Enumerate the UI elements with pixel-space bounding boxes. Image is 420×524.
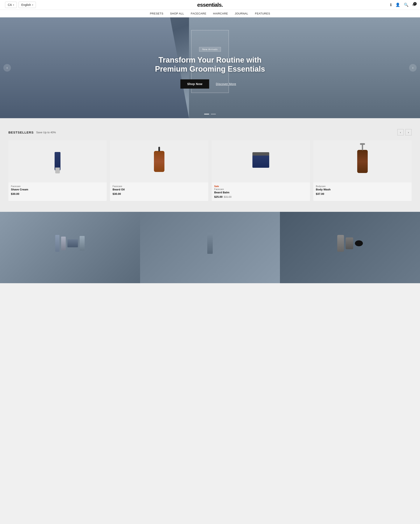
product-price-4: $37.00	[316, 192, 409, 195]
product-card-beard-balm[interactable]: Sale Facecare Beard Balm $25.00$31.00	[212, 140, 310, 201]
hero-buttons: Shop Now Discover More	[151, 79, 269, 89]
search-button[interactable]: 🔍	[404, 2, 408, 7]
bestsellers-next-button[interactable]: ›	[405, 129, 411, 135]
banner-haircare-mask	[346, 237, 353, 249]
product-info-shave-cream: Facecare Shave Cream $30.00	[9, 183, 107, 198]
bestsellers-header: BESTSELLERS Save Up to 40% ‹ ›	[9, 129, 411, 135]
hero-prev-button[interactable]: ‹	[3, 64, 11, 72]
country-chevron-icon: ▾	[13, 4, 14, 6]
hero-content: New Arrivals Transform Your Routine with…	[151, 47, 269, 89]
product-image-beard-balm	[212, 140, 310, 183]
product-price-2: $30.00	[113, 192, 206, 195]
cart-badge: 0	[413, 2, 417, 5]
prev-icon: ‹	[400, 131, 401, 134]
product-info-body-wash: Bodycare Body Wash $37.00	[313, 183, 411, 198]
bestsellers-prev-button[interactable]: ‹	[397, 129, 404, 135]
spacer-1	[0, 118, 420, 122]
banner-facecare-tube1	[55, 235, 60, 252]
beard-oil-dropper	[154, 151, 165, 172]
product-name-4: Body Wash	[316, 188, 409, 191]
sale-badge: Sale	[214, 185, 307, 187]
shave-cream-visual	[55, 140, 61, 183]
top-bar-left: CA ▾ English ▾	[5, 2, 36, 8]
nav-item-haircare[interactable]: HAIRCARE	[213, 12, 228, 15]
banner-bodycare-tube	[207, 233, 213, 254]
nav-item-presets[interactable]: PRESETS	[150, 12, 163, 15]
beard-balm-jar	[253, 155, 269, 168]
product-category-4: Bodycare	[316, 185, 409, 187]
banner-haircare-paste	[355, 240, 363, 246]
beard-oil-visual	[154, 140, 165, 183]
spacer-2	[0, 209, 420, 212]
info-button[interactable]: ℹ	[390, 2, 392, 7]
product-name-1: Shave Cream	[11, 188, 104, 191]
product-card-body-wash[interactable]: Bodycare Body Wash $37.00	[313, 140, 411, 201]
top-bar: CA ▾ English ▾ essentials. ℹ 👤 🔍 🛍 0	[0, 0, 420, 10]
hero-title: Transform Your Routine with Premium Groo…	[151, 55, 269, 73]
hero-dots	[204, 114, 216, 114]
hero-dot-1[interactable]	[204, 114, 209, 114]
shave-cream-tube	[55, 152, 61, 171]
nav-item-facecare[interactable]: FACECARE	[191, 12, 206, 15]
product-image-beard-oil	[110, 140, 208, 183]
product-name-2: Beard Oil	[113, 188, 206, 191]
banner-bg-bodycare	[140, 212, 280, 283]
product-price-1: $30.00	[11, 192, 104, 195]
chevron-left-icon: ‹	[7, 66, 8, 70]
body-wash-pump	[357, 150, 368, 173]
main-nav: PRESETS SHOP ALL FACECARE HAIRCARE JOURN…	[0, 10, 420, 17]
nav-item-shop-all[interactable]: SHOP ALL	[170, 12, 184, 15]
product-card-shave-cream[interactable]: Facecare Shave Cream $30.00	[9, 140, 107, 201]
banner-facecare-jar	[67, 239, 78, 247]
account-button[interactable]: 👤	[395, 2, 400, 7]
product-name-3: Beard Balm	[214, 191, 307, 194]
next-icon: ›	[408, 131, 409, 134]
country-value: CA	[8, 3, 12, 7]
nav-item-journal[interactable]: JOURNAL	[235, 12, 248, 15]
banner-products-facecare	[0, 212, 140, 275]
bestsellers-section: BESTSELLERS Save Up to 40% ‹ › Facecare …	[0, 122, 420, 209]
search-icon: 🔍	[404, 2, 408, 7]
product-card-beard-oil[interactable]: Facecare Beard Oil $30.00	[110, 140, 208, 201]
bestsellers-title-group: BESTSELLERS Save Up to 40%	[9, 131, 56, 134]
bestsellers-nav: ‹ ›	[397, 129, 411, 135]
banner-haircare[interactable]	[280, 212, 420, 283]
chevron-right-icon: ›	[412, 66, 413, 70]
bestsellers-subtitle: Save Up to 40%	[36, 131, 56, 134]
product-info-beard-balm: Sale Facecare Beard Balm $25.00$31.00	[212, 183, 310, 201]
body-wash-visual	[357, 140, 368, 183]
brand-logo[interactable]: essentials.	[197, 2, 223, 8]
banner-facecare[interactable]	[0, 212, 140, 283]
banner-facecare-tube3	[79, 236, 85, 251]
banner-products-bodycare	[140, 212, 280, 275]
shop-now-button[interactable]: Shop Now	[180, 79, 209, 89]
product-price-3: $25.00$31.00	[214, 195, 307, 198]
hero-dot-2[interactable]	[211, 114, 216, 114]
user-icon: 👤	[395, 2, 400, 7]
banner-bg-haircare	[280, 212, 420, 283]
products-grid: Facecare Shave Cream $30.00 Facecare Bea…	[9, 140, 411, 201]
discover-more-button[interactable]: Discover More	[212, 79, 240, 89]
country-selector[interactable]: CA ▾	[5, 2, 17, 8]
banner-bodycare[interactable]	[140, 212, 280, 283]
product-image-shave-cream	[9, 140, 107, 183]
hero-section: ‹ New Arrivals Transform Your Routine wi…	[0, 17, 420, 118]
top-bar-right: ℹ 👤 🔍 🛍 0	[390, 2, 415, 7]
bestsellers-title: BESTSELLERS	[9, 131, 34, 134]
language-selector[interactable]: English ▾	[18, 2, 36, 8]
product-image-body-wash	[313, 140, 411, 183]
banner-facecare-tube2	[61, 236, 66, 250]
hero-next-button[interactable]: ›	[409, 64, 417, 72]
info-icon: ℹ	[390, 2, 392, 7]
product-info-beard-oil: Facecare Beard Oil $30.00	[110, 183, 208, 198]
nav-item-features[interactable]: FEATURES	[255, 12, 270, 15]
cart-button[interactable]: 🛍 0	[412, 3, 415, 7]
banner-products-haircare	[280, 212, 420, 275]
language-value: English	[21, 3, 31, 7]
product-category-2: Facecare	[113, 185, 206, 187]
hero-badge: New Arrivals	[199, 47, 221, 52]
language-chevron-icon: ▾	[32, 4, 33, 6]
banner-bg-facecare	[0, 212, 140, 283]
banner-haircare-shampoo	[337, 235, 344, 252]
original-price-3: $31.00	[224, 195, 232, 198]
